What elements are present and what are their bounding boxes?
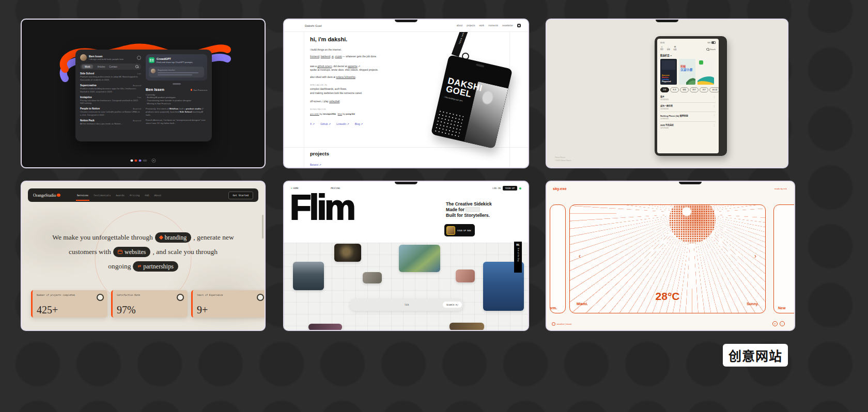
search-icon[interactable] (135, 65, 138, 68)
featured-section-header[interactable]: 精选栏目> (660, 54, 716, 57)
nav-about[interactable]: About (154, 194, 162, 197)
nav-pricing[interactable]: PRICING (331, 187, 340, 189)
link-backend[interactable]: backend (321, 55, 331, 58)
photo-cropped-bottom[interactable] (308, 324, 342, 330)
song-link[interactable]: you and i (310, 113, 319, 115)
nav-testimonials[interactable]: Testimonials (94, 194, 111, 197)
carousel-more-icon[interactable] (151, 159, 156, 163)
book-cover-green-app[interactable] (698, 59, 714, 85)
branding-pill[interactable]: branding (155, 232, 192, 243)
song-link[interactable]: blue (338, 113, 342, 115)
site-logo[interactable]: OrangeStudio (33, 193, 56, 198)
chip-tech[interactable]: 技术 (690, 87, 699, 92)
photo-cropped-bottom[interactable] (450, 323, 484, 330)
sun-toggle-icon[interactable]: ☀ (772, 321, 778, 326)
theme-toggle-icon[interactable] (517, 24, 521, 27)
radio-circle-icon[interactable] (97, 294, 104, 301)
book-cover-ml-playground[interactable]: AwesomeMachine LearningPlayground (660, 59, 677, 85)
carousel-next-arrow[interactable]: › (754, 253, 756, 259)
signup-now-button[interactable]: SIGN UP NOW (444, 224, 475, 236)
project-link[interactable]: Betwixt ↗ (310, 163, 321, 166)
link-frontend[interactable]: frontend (310, 55, 319, 58)
project-item[interactable]: People to NotionAcquired Chrome extensio… (80, 107, 141, 117)
chip-life[interactable]: 生活 (670, 87, 679, 92)
chip-all[interactable]: 全部 (660, 87, 669, 92)
link-blog[interactable]: Blog ↗ (355, 122, 363, 125)
link-crypto[interactable]: crypto (335, 55, 342, 58)
search-submit-button[interactable]: SEARCH ⌘/ (443, 302, 462, 308)
chip-uncategorized[interactable]: 未分类 (709, 87, 719, 92)
crowdgpt-promo-card[interactable]: CrowdGPT Find and share top ChatGPT prom… (146, 54, 207, 81)
login-link[interactable]: LOG-IN (492, 187, 501, 189)
site-logo[interactable]: Dakshi Goel (305, 24, 322, 27)
carousel-dot-red[interactable] (135, 160, 137, 162)
link-x[interactable]: X ↗ (310, 122, 315, 125)
book-cover-frontend-booklet[interactable]: 前端 沉淀小册 (679, 59, 695, 85)
article-row[interactable]: 2025 年的总结 12/17/2025 ⋮ (660, 122, 716, 131)
nav-pricing[interactable]: Pricing (130, 194, 140, 197)
carousel-dot-active[interactable] (131, 160, 133, 162)
partnerships-pill[interactable]: ⇄partnerships (133, 261, 178, 272)
nav-awards[interactable]: Awards (116, 194, 125, 197)
photo-water-reflection[interactable] (293, 262, 324, 290)
project-item[interactable]: Notion PackAcquired All the freelance do… (80, 119, 141, 125)
project-title: People to Notion (80, 107, 100, 110)
nav-work[interactable]: work (479, 24, 484, 27)
link-volleyball[interactable]: volleyball (329, 100, 339, 103)
awwwards-badge[interactable]: W. Site of the Day (514, 242, 522, 273)
nav-projects[interactable]: projects (467, 24, 475, 27)
project-status: Live (137, 96, 141, 99)
photo-skin-closeup[interactable] (456, 270, 475, 282)
search-button[interactable]: Search (706, 48, 716, 51)
tab-articles[interactable]: Articles (97, 66, 105, 68)
get-started-button[interactable]: Get Started (228, 192, 253, 199)
photo-animal[interactable] (363, 272, 382, 283)
footer-toggles: ☀ ☾ (772, 321, 785, 326)
more-menu-icon[interactable]: ⋮ (713, 124, 715, 126)
link-github[interactable]: Github ↗ (320, 122, 331, 125)
nav-newsletter[interactable]: newsletter (502, 24, 513, 27)
article-row[interactable]: 故乡 12/23/2025 ⋮ (660, 93, 716, 103)
weather-panel-next[interactable]: New (773, 204, 795, 313)
websites-pill[interactable]: websites (113, 247, 150, 257)
radio-circle-icon[interactable] (257, 294, 264, 301)
carousel-dot-purple[interactable] (139, 160, 142, 162)
search-bar[interactable]: TER SEARCH ⌘/ (350, 298, 463, 311)
more-menu-icon[interactable]: ⋮ (713, 96, 715, 98)
more-menu-icon[interactable]: ⋮ (713, 105, 715, 107)
weather-panel-previous[interactable]: Warm. (550, 204, 566, 313)
article-row[interactable]: Nothing Phone (3a) 使用体验 12/18/2025 ⋮ (660, 112, 716, 121)
more-menu-icon[interactable]: ⋮ (713, 114, 715, 117)
chat-icon[interactable] (137, 56, 141, 60)
carousel-dot-pill[interactable] (143, 160, 147, 162)
project-item[interactable]: Side SchoolLive Platform teaching profes… (80, 72, 141, 82)
link-solana-fellowship[interactable]: solana fellowship (336, 76, 355, 78)
chip-coding[interactable]: 编程 (680, 87, 689, 92)
article-row[interactable]: 成为一座灯塔 12/23/2025 ⋮ (660, 103, 716, 112)
footer-links[interactable]: weather | moon (552, 322, 571, 326)
link-linkedin[interactable]: LinkedIn ↗ (336, 122, 349, 125)
nav-faq[interactable]: FAQ (145, 194, 149, 197)
chip-art[interactable]: 艺术 (700, 87, 708, 92)
tab-contact[interactable]: Contact (109, 66, 117, 68)
radio-circle-icon[interactable] (177, 294, 184, 301)
nav-about[interactable]: about (457, 24, 463, 27)
site-logo[interactable]: sky.exe (553, 186, 567, 191)
project-item[interactable]: InstapriceLive Pricing calculator for fr… (80, 96, 141, 105)
link-github-octern[interactable]: github octern (317, 65, 332, 68)
moon-toggle-icon[interactable]: ☾ (780, 321, 785, 326)
home-button[interactable]: ⌂首页 (660, 46, 663, 51)
settings-button[interactable]: ⚙设置 (674, 46, 677, 51)
drag-handle[interactable] (173, 83, 181, 85)
tab-work[interactable]: Work (82, 65, 93, 69)
carousel-prev-arrow[interactable]: ‹ (579, 253, 581, 259)
link-appwrite[interactable]: appwrite (348, 65, 358, 68)
photo-hand-underwater[interactable] (399, 245, 440, 272)
nav-moments[interactable]: moments (488, 24, 498, 27)
back-button[interactable]: ←返回 (667, 46, 670, 51)
project-item[interactable]: SupercreativeAcquired Product studio bui… (80, 84, 141, 93)
nav-home[interactable]: +HOME (291, 187, 299, 189)
photo-film-camera[interactable] (334, 244, 361, 262)
signup-button[interactable]: SIGN UP (503, 186, 517, 191)
nav-services[interactable]: Services (77, 194, 88, 197)
